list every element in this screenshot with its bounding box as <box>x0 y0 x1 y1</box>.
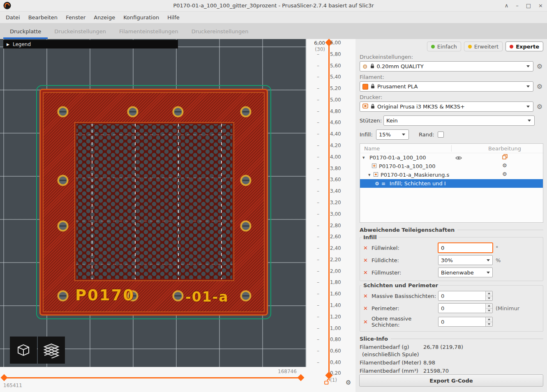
tick-mark: – <box>317 97 323 103</box>
menu-item[interactable]: Bearbeiten <box>24 12 62 23</box>
legend-expand-icon[interactable]: ▶ <box>7 42 9 46</box>
object-settings-gear-icon[interactable]: ⚙ <box>502 163 507 168</box>
tick-mark: – <box>317 143 323 148</box>
minimize-button[interactable]: – <box>516 2 519 9</box>
tick-label: 5,80 <box>330 51 341 57</box>
slice-info-row: Filamentbedarf (mm³) 21598,70 <box>360 368 543 374</box>
slider-unlock-icon[interactable] <box>324 378 330 386</box>
tab-filamenteinstellungen[interactable]: Filamenteinstellungen <box>113 23 185 39</box>
mode-einfach[interactable]: Einfach <box>427 42 461 51</box>
column-name: Name <box>360 145 380 152</box>
spin-down-button[interactable] <box>486 296 492 301</box>
mode-erweitert-label: Erweitert <box>474 44 499 50</box>
menu-item[interactable]: Fenster <box>62 12 90 23</box>
menu-item[interactable]: Anzeige <box>90 12 119 23</box>
spin-down-button[interactable] <box>486 309 492 313</box>
tick-mark: – <box>317 51 323 57</box>
tick-label: 5,00 <box>330 97 341 103</box>
model-object[interactable]: P0170 -01-a <box>39 89 268 316</box>
remove-setting-icon[interactable]: ✕ <box>363 257 372 263</box>
filament-preset-combo[interactable]: Prusament PLA <box>360 81 533 92</box>
object-row[interactable]: P0170-01-a_100_100 ⚙ <box>360 162 543 171</box>
tick-label: 4,80 <box>330 108 341 114</box>
print-settings-gear-icon[interactable]: ⚙ <box>536 63 543 70</box>
export-gcode-button[interactable]: Export G-Code <box>359 374 543 387</box>
spin-up-button[interactable] <box>486 317 492 322</box>
remove-setting-icon[interactable]: ✕ <box>363 319 372 325</box>
fill-pattern-select[interactable]: Bienenwabe <box>438 267 493 277</box>
fill-angle-input[interactable] <box>438 243 493 253</box>
object-row[interactable]: ▾ P0170-01-a_100_100 <box>360 153 543 162</box>
expander-icon[interactable]: ▾ <box>362 155 367 160</box>
mode-experte[interactable]: Experte <box>505 42 543 51</box>
printer-preset-combo[interactable]: Original Prusa i3 MK3S & MK3S+ <box>360 101 533 112</box>
edit-object-icon[interactable] <box>502 154 508 161</box>
screw-hole <box>127 106 138 118</box>
tick-label: 1,60 <box>330 291 341 297</box>
tabbar: Druckplatte Druckeinstellungen Filamente… <box>0 23 547 39</box>
perimeters-spinner[interactable]: 0 <box>438 303 493 313</box>
tab-druckereinstellungen[interactable]: Druckereinstellungen <box>185 23 255 39</box>
chevron-down-icon <box>526 85 530 88</box>
remove-setting-icon[interactable]: ✕ <box>363 245 372 251</box>
tab-druckeinstellungen[interactable]: Druckeinstellungen <box>48 23 113 39</box>
object-settings-gear-icon[interactable]: ⚙ <box>502 171 507 177</box>
spin-down-button[interactable] <box>486 322 492 327</box>
bottom-layers-label: Massive Basisschichten: <box>372 293 438 299</box>
tick-label: 6,00 <box>330 40 341 46</box>
chevron-down-icon <box>526 106 530 108</box>
fill-density-label: Fülldichte: <box>372 257 438 263</box>
brim-checkbox[interactable] <box>438 131 444 138</box>
object-row-selected[interactable]: ⚙ ≡ Infill; Schichten und I <box>360 179 543 188</box>
expander-icon[interactable]: ▾ <box>368 172 373 178</box>
model-embossed-text-left: P0170 <box>75 286 135 304</box>
infill-combo[interactable]: 15% <box>376 129 409 140</box>
tick-mark: – <box>317 302 323 308</box>
spin-up-button[interactable] <box>486 304 492 309</box>
tick-mark: – <box>317 63 323 69</box>
tick-label: 3,20 <box>330 200 341 205</box>
menu-item[interactable]: Datei <box>2 12 24 23</box>
legend-label: Legend <box>13 42 31 47</box>
remove-setting-icon[interactable]: ✕ <box>363 293 372 299</box>
3d-viewport[interactable]: ▶ Legend <box>0 39 306 367</box>
layer-tick: – 4,00 <box>317 154 341 160</box>
bottom-layers-spinner[interactable]: 0 <box>438 291 493 301</box>
column-bearbeitung: Bearbeitung <box>488 145 521 152</box>
mode-experte-label: Experte <box>516 44 539 50</box>
supports-combo[interactable]: Kein <box>383 115 535 126</box>
layer-tick: – 1,40 <box>317 302 341 308</box>
remove-setting-icon[interactable]: ✕ <box>363 305 372 311</box>
legend-bar[interactable]: ▶ Legend <box>3 40 178 48</box>
eye-icon[interactable] <box>455 155 462 161</box>
maximize-button[interactable]: □ <box>526 2 531 9</box>
part-settings-section-title: Abweichende Teileigenschaften <box>360 227 543 233</box>
mode-erweitert[interactable]: Erweitert <box>464 42 503 51</box>
preview-view-button[interactable] <box>38 337 65 364</box>
tab-druckplatte[interactable]: Druckplatte <box>3 23 48 39</box>
printer-settings-gear-icon[interactable]: ⚙ <box>536 104 543 110</box>
filament-settings-gear-icon[interactable]: ⚙ <box>536 83 543 90</box>
spin-up-button[interactable] <box>486 291 492 296</box>
object-row[interactable]: ▾ P0170-01-a_Maskierung.s ⚙ <box>360 171 543 179</box>
tick-mark: – <box>317 154 323 160</box>
layers-group-title: Schichten und Perimeter <box>362 282 440 288</box>
h-slider-left-handle[interactable] <box>1 374 8 381</box>
layer-ticks[interactable]: – 6,00 – 5,80 – 5,60 – <box>317 40 341 365</box>
printer-icon <box>362 104 368 110</box>
remove-setting-icon[interactable]: ✕ <box>363 270 372 276</box>
tick-label: 0,60 <box>330 348 341 354</box>
close-button[interactable]: × <box>538 2 543 9</box>
perimeters-label: Perimeter: <box>372 305 438 311</box>
h-slider-right-handle[interactable] <box>298 374 305 381</box>
screw-hole <box>173 291 184 302</box>
shade-button[interactable]: ∧ <box>505 2 509 9</box>
menu-item[interactable]: Konfiguration <box>119 12 163 23</box>
horizontal-slider[interactable] <box>4 377 301 378</box>
menu-item[interactable]: Hilfe <box>163 12 184 23</box>
fill-density-select[interactable]: 30% <box>438 255 493 265</box>
top-layers-spinner[interactable]: 0 <box>438 317 493 327</box>
print-preset-combo[interactable]: ⚙ 0.20mm QUALITY <box>360 61 533 71</box>
editor-view-button[interactable] <box>10 337 37 364</box>
slider-settings-gear-icon[interactable]: ⚙ <box>346 379 351 386</box>
